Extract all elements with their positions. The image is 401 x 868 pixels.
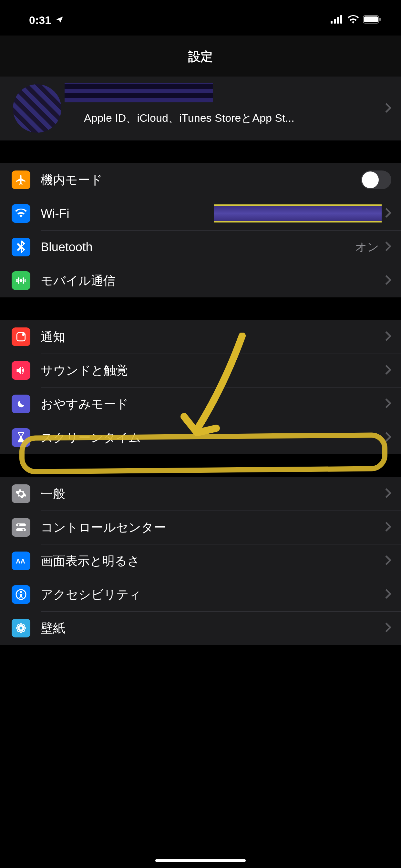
notifications-group: 通知 サウンドと触覚 おやすみモード スクリーンタイム: [0, 320, 401, 454]
svg-point-10: [18, 524, 20, 526]
status-left: 0:31: [29, 14, 64, 27]
moon-icon: [11, 395, 30, 413]
apple-id-row[interactable]: Apple ID、iCloud、iTunes StoreとApp St...: [0, 76, 401, 141]
wifi-icon: [347, 15, 359, 25]
chevron-right-icon: [385, 331, 391, 343]
svg-point-20: [24, 627, 26, 629]
battery-icon: [363, 15, 382, 25]
screentime-label: スクリーンタイム: [41, 430, 385, 446]
status-right: [331, 15, 382, 25]
sounds-row[interactable]: サウンドと触覚: [0, 353, 401, 387]
apple-id-group: Apple ID、iCloud、iTunes StoreとApp St...: [0, 76, 401, 141]
chevron-right-icon: [385, 488, 391, 500]
svg-point-16: [19, 626, 23, 630]
airplane-switch[interactable]: [361, 170, 391, 189]
gear-icon: [11, 485, 30, 503]
wifi-settings-icon: [11, 204, 30, 223]
avatar: [13, 84, 61, 133]
bluetooth-value: オン: [355, 239, 379, 255]
chevron-right-icon: [385, 398, 391, 410]
connectivity-group: 機内モード Wi-Fi Bluetooth オン モバイル通信: [0, 163, 401, 298]
screentime-row[interactable]: スクリーンタイム: [0, 421, 401, 454]
svg-point-18: [20, 631, 22, 632]
chevron-right-icon: [385, 555, 391, 567]
accessibility-row[interactable]: アクセシビリティ: [0, 578, 401, 611]
svg-rect-6: [379, 18, 381, 21]
control-center-row[interactable]: コントロールセンター: [0, 510, 401, 544]
notifications-icon: [11, 328, 30, 346]
general-row[interactable]: 一般: [0, 477, 401, 510]
svg-point-12: [23, 529, 25, 531]
notifications-row[interactable]: 通知: [0, 320, 401, 353]
chevron-right-icon: [385, 622, 391, 634]
svg-text:AA: AA: [16, 558, 25, 565]
chevron-right-icon: [385, 521, 391, 533]
bluetooth-label: Bluetooth: [41, 240, 355, 254]
general-label: 一般: [41, 486, 385, 502]
bluetooth-icon: [11, 238, 30, 256]
svg-rect-2: [337, 17, 339, 24]
home-indicator[interactable]: [155, 859, 246, 862]
svg-point-17: [20, 624, 22, 626]
general-group: 一般 コントロールセンター AA 画面表示と明るさ アクセシビリティ: [0, 477, 401, 645]
cellular-row[interactable]: モバイル通信: [0, 264, 401, 298]
svg-point-21: [18, 625, 20, 627]
svg-rect-5: [364, 17, 378, 22]
chevron-right-icon: [385, 207, 391, 220]
toggles-icon: [11, 518, 30, 537]
wallpaper-label: 壁紙: [41, 620, 385, 637]
chevron-right-icon: [385, 102, 391, 115]
svg-point-23: [18, 630, 20, 631]
svg-point-19: [17, 627, 19, 629]
redacted-name: [65, 83, 213, 102]
cellular-icon: [11, 271, 30, 290]
sounds-label: サウンドと触覚: [41, 362, 385, 379]
accessibility-icon: [11, 585, 30, 604]
wifi-label: Wi-Fi: [41, 207, 214, 221]
svg-rect-3: [340, 15, 342, 24]
location-arrow-icon: [56, 14, 64, 27]
apple-id-subtitle: Apple ID、iCloud、iTunes StoreとApp St...: [84, 111, 342, 126]
chevron-right-icon: [385, 241, 391, 253]
display-row[interactable]: AA 画面表示と明るさ: [0, 544, 401, 578]
svg-point-24: [23, 630, 25, 631]
accessibility-label: アクセシビリティ: [41, 586, 385, 603]
airplane-label: 機内モード: [41, 172, 361, 188]
chevron-right-icon: [385, 431, 391, 444]
display-icon: AA: [11, 552, 30, 570]
svg-point-22: [23, 625, 25, 627]
airplane-mode-row[interactable]: 機内モード: [0, 163, 401, 197]
svg-point-8: [22, 333, 25, 336]
status-bar: 0:31: [0, 0, 401, 35]
cellular-label: モバイル通信: [41, 273, 385, 289]
display-label: 画面表示と明るさ: [41, 553, 385, 569]
wallpaper-row[interactable]: 壁紙: [0, 611, 401, 645]
svg-rect-0: [331, 21, 333, 24]
page-title: 設定: [0, 35, 401, 76]
signal-icon: [331, 15, 343, 25]
bluetooth-row[interactable]: Bluetooth オン: [0, 230, 401, 264]
svg-point-15: [20, 591, 22, 593]
wallpaper-icon: [11, 619, 30, 638]
chevron-right-icon: [385, 588, 391, 600]
airplane-icon: [11, 170, 30, 189]
sounds-icon: [11, 361, 30, 380]
chevron-right-icon: [385, 364, 391, 376]
chevron-right-icon: [385, 275, 391, 287]
dnd-row[interactable]: おやすみモード: [0, 387, 401, 421]
dnd-label: おやすみモード: [41, 396, 385, 412]
svg-rect-1: [334, 19, 336, 24]
notifications-label: 通知: [41, 329, 385, 345]
hourglass-icon: [11, 428, 30, 447]
status-time: 0:31: [29, 14, 51, 27]
wifi-row[interactable]: Wi-Fi: [0, 197, 401, 230]
control-center-label: コントロールセンター: [41, 519, 385, 536]
redacted-wifi-name: [214, 205, 382, 222]
